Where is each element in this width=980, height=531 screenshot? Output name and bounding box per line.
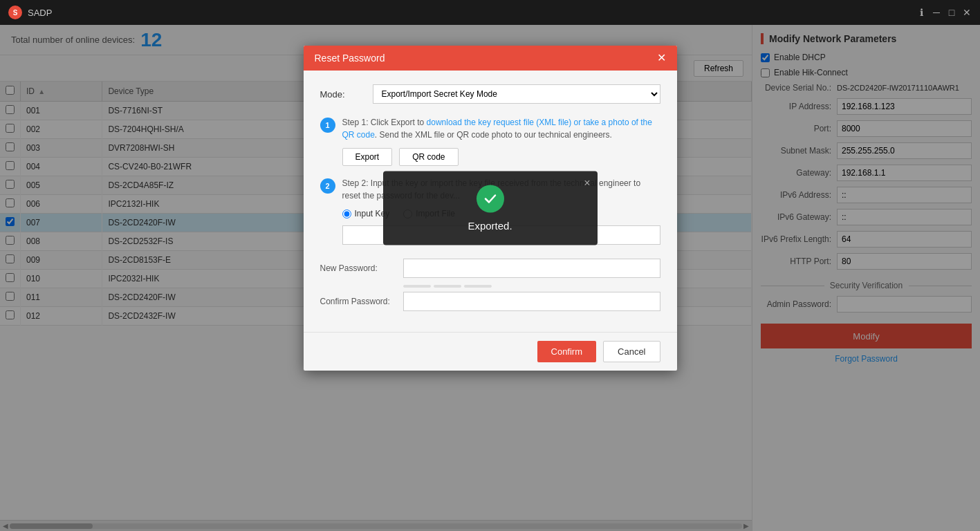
- step1-content: Step 1: Click Export to download the key…: [342, 116, 660, 166]
- success-icon: [477, 185, 504, 213]
- step1-text: Step 1: Click Export to download the key…: [342, 116, 660, 141]
- confirm-password-label: Confirm Password:: [320, 297, 403, 306]
- strength-bar-2: [434, 285, 461, 288]
- app-logo: S: [8, 6, 22, 19]
- modal-overlay: Reset Password ✕ Mode: Export/Import Sec…: [0, 25, 980, 531]
- step1-buttons: Export QR code: [342, 148, 660, 166]
- minimize-button[interactable]: ─: [932, 8, 941, 17]
- mode-label: Mode:: [320, 89, 362, 100]
- dialog-close-button[interactable]: ✕: [657, 53, 666, 64]
- toast-message: Exported.: [468, 220, 512, 232]
- export-button[interactable]: Export: [342, 148, 393, 166]
- info-button[interactable]: ℹ: [916, 8, 926, 17]
- confirm-button[interactable]: Confirm: [537, 341, 597, 362]
- confirm-password-input[interactable]: [403, 292, 660, 311]
- window-controls: ℹ ─ □ ✕: [916, 8, 972, 17]
- checkmark-icon: [483, 192, 498, 207]
- mode-select[interactable]: Export/Import Secret Key Mode: [373, 84, 660, 104]
- radio-input-key[interactable]: [342, 209, 351, 218]
- password-strength-bars: [403, 285, 660, 288]
- new-password-row: New Password:: [320, 259, 660, 278]
- strength-bar-1: [403, 285, 431, 288]
- step1-link[interactable]: download the key request file (XML file)…: [342, 118, 652, 140]
- success-toast: × Exported.: [383, 171, 598, 245]
- new-password-input[interactable]: [403, 259, 660, 278]
- cancel-button[interactable]: Cancel: [603, 341, 660, 362]
- step2-circle: 2: [320, 178, 335, 194]
- mode-row: Mode: Export/Import Secret Key Mode: [320, 84, 660, 104]
- new-password-label: New Password:: [320, 263, 403, 273]
- dialog-header: Reset Password ✕: [304, 46, 677, 71]
- dialog-title: Reset Password: [315, 53, 385, 64]
- close-button[interactable]: ✕: [962, 8, 972, 17]
- toast-close-button[interactable]: ×: [584, 177, 590, 189]
- title-bar: S SADP ℹ ─ □ ✕: [0, 0, 980, 25]
- dialog-footer: Confirm Cancel: [304, 332, 677, 371]
- app-title: SADP: [28, 8, 916, 18]
- step1-circle: 1: [320, 118, 335, 133]
- maximize-button[interactable]: □: [947, 8, 956, 17]
- strength-bar-3: [464, 285, 492, 288]
- confirm-password-row: Confirm Password:: [320, 292, 660, 311]
- qr-code-button[interactable]: QR code: [399, 148, 458, 166]
- step1-section: 1 Step 1: Click Export to download the k…: [320, 116, 660, 166]
- reset-password-dialog: Reset Password ✕ Mode: Export/Import Sec…: [304, 46, 677, 371]
